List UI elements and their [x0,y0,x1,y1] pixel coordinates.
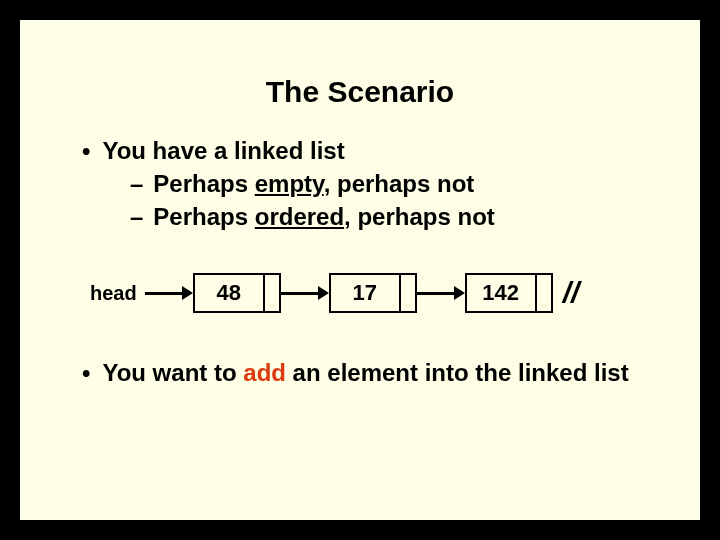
text-fragment: , perhaps not [324,170,475,197]
node-value: 48 [195,275,265,311]
bullet-dash: – [130,170,143,199]
arrow-icon [417,283,465,303]
head-label: head [90,282,137,305]
underlined-text: ordered [255,203,344,230]
list-node: 48 [193,273,281,313]
bullet-dot: • [82,137,90,166]
bullet-text: You want to add an element into the link… [102,359,628,387]
bullet-dot: • [82,359,90,388]
bullet-subitem: – Perhaps ordered, perhaps not [130,203,660,232]
bullet-text: Perhaps empty, perhaps not [153,170,474,198]
node-pointer [265,275,279,311]
bullet-subitem: – Perhaps empty, perhaps not [130,170,660,199]
bullet-item: • You have a linked list [82,137,660,166]
list-node: 142 [465,273,553,313]
node-pointer [537,275,551,311]
list-node: 17 [329,273,417,313]
arrow-icon [281,283,329,303]
highlight-text: add [243,359,286,386]
bullet-text: Perhaps ordered, perhaps not [153,203,494,231]
bullet-text: You have a linked list [102,137,344,165]
text-fragment: , perhaps not [344,203,495,230]
text-fragment: Perhaps [153,203,254,230]
bullet-dash: – [130,203,143,232]
linked-list-diagram: head 48 17 142 // [90,273,660,313]
bullet-item: • You want to add an element into the li… [82,359,660,388]
node-value: 142 [467,275,537,311]
arrow-icon [145,283,193,303]
null-terminator: // [563,276,580,310]
slide-content: • You have a linked list – Perhaps empty… [60,137,660,388]
node-pointer [401,275,415,311]
text-fragment: Perhaps [153,170,254,197]
slide-title: The Scenario [60,75,660,109]
text-fragment: You want to [102,359,243,386]
underlined-text: empty [255,170,324,197]
text-fragment: an element into the linked list [286,359,629,386]
slide: The Scenario • You have a linked list – … [18,18,702,522]
node-value: 17 [331,275,401,311]
